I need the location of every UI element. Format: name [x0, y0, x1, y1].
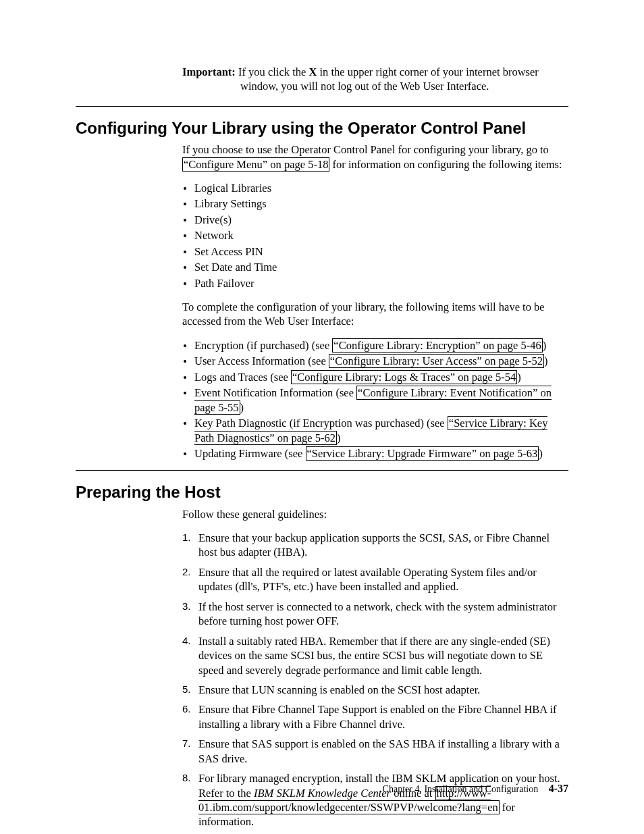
step-item: Ensure that Fibre Channel Tape Support i… [182, 702, 568, 731]
list-item-label: Path Failover [194, 277, 254, 290]
upgrade-firmware-link[interactable]: “Service Library: Upgrade Firmware” on p… [306, 446, 539, 461]
list-item-label: Network [194, 229, 234, 242]
list-item-label: Set Date and Time [194, 261, 277, 273]
list-item-post: ) [539, 447, 543, 460]
step-item: Ensure that all the required or latest a… [182, 565, 568, 594]
intro-a-text: If you choose to use the Operator Contro… [182, 143, 549, 156]
list-item-label: Drive(s) [194, 213, 232, 226]
list-item-post: ) [544, 355, 548, 367]
list-item: Set Access PIN [182, 244, 568, 259]
user-access-link[interactable]: “Configure Library: User Access” on page… [329, 354, 544, 368]
list-item: Updating Firmware (see “Service Library:… [182, 446, 568, 461]
footer-chapter: Chapter 4. Installation and Configuratio… [383, 784, 539, 794]
intro-paragraph-a: If you choose to use the Operator Contro… [182, 142, 568, 172]
list-item: Logical Libraries [182, 181, 568, 195]
important-line2: window, you will not log out of the Web … [240, 79, 568, 93]
important-body: If you click the X in the upper right co… [238, 66, 539, 78]
intro-paragraph-b: Follow these general guidelines: [182, 507, 568, 521]
step-item: Install a suitably rated HBA. Remember t… [182, 634, 568, 677]
list-item: Set Date and Time [182, 260, 568, 274]
step-text: If the host server is connected to a net… [198, 600, 557, 627]
list-item-pre: Key Path Diagnostic (if Encryption was p… [194, 417, 448, 429]
section-b-body: Follow these general guidelines: Ensure … [182, 507, 568, 829]
intro-b-text: for information on configuring the follo… [329, 158, 562, 171]
list-item-pre: Logs and Traces (see [194, 371, 291, 384]
list-item: Path Failover [182, 276, 568, 290]
step-item: Ensure that your backup application supp… [182, 531, 568, 560]
list-item: Event Notification Information (see “Con… [182, 386, 568, 415]
configure-menu-link[interactable]: “Configure Menu” on page 5-18 [182, 157, 329, 172]
intro-paragraph-2: To complete the configuration of your li… [182, 300, 568, 329]
step-item: For library managed encryption, install … [182, 771, 568, 829]
important-text-a: If you click the [238, 66, 308, 78]
step-text: Ensure that SAS support is enabled on th… [198, 737, 560, 764]
list-item-post: ) [337, 432, 341, 444]
important-text-x: X [308, 66, 317, 78]
step-item: Ensure that LUN scanning is enabled on t… [182, 683, 568, 697]
footer-page-number: 4-37 [549, 783, 568, 794]
list-item-post: ) [543, 339, 547, 352]
step-text: Ensure that Fibre Channel Tape Support i… [198, 703, 557, 730]
step-text-em: IBM SKLM Knowledge Center [254, 787, 391, 800]
encryption-link[interactable]: “Configure Library: Encryption” on page … [332, 338, 542, 353]
logs-traces-link[interactable]: “Configure Library: Logs & Traces” on pa… [291, 370, 517, 384]
list-item: User Access Information (see “Configure … [182, 354, 568, 368]
config-items-list: Logical Libraries Library Settings Drive… [182, 181, 568, 290]
step-text: Install a suitably rated HBA. Remember t… [198, 635, 550, 677]
list-item: Network [182, 228, 568, 242]
page-footer: Chapter 4. Installation and Configuratio… [383, 782, 568, 796]
list-item-label: Logical Libraries [194, 182, 271, 194]
list-item-pre: Event Notification Information (see [194, 386, 356, 399]
important-note: Important: If you click the X in the upp… [182, 65, 568, 94]
list-item-pre: User Access Information (see [194, 355, 329, 367]
step-item: Ensure that SAS support is enabled on th… [182, 737, 568, 766]
list-item: Drive(s) [182, 213, 568, 227]
list-item: Logs and Traces (see “Configure Library:… [182, 370, 568, 384]
list-item-post: ) [517, 371, 521, 384]
list-item: Encryption (if purchased) (see “Configur… [182, 338, 568, 353]
list-item-post: ) [240, 401, 244, 414]
section-title-b: Preparing the Host [76, 481, 568, 502]
list-item-label: Set Access PIN [194, 245, 263, 258]
section-divider [76, 470, 568, 471]
page: Important: If you click the X in the upp… [0, 0, 644, 834]
important-label: Important: [182, 66, 236, 78]
important-text-b: in the upper right corner of your intern… [317, 66, 539, 78]
list-item-pre: Encryption (if purchased) (see [194, 339, 332, 352]
list-item: Library Settings [182, 197, 568, 211]
list-item: Key Path Diagnostic (if Encryption was p… [182, 416, 568, 445]
step-text: Ensure that all the required or latest a… [198, 566, 537, 593]
section-a-body: If you choose to use the Operator Contro… [182, 142, 568, 461]
section-divider [76, 106, 568, 107]
xref-list: Encryption (if purchased) (see “Configur… [182, 338, 568, 461]
list-item-label: Library Settings [194, 197, 267, 210]
step-text: Ensure that LUN scanning is enabled on t… [198, 683, 480, 696]
step-text: Ensure that your backup application supp… [198, 531, 549, 558]
list-item-pre: Updating Firmware (see [194, 447, 306, 460]
section-title-a: Configuring Your Library using the Opera… [76, 118, 568, 138]
step-item: If the host server is connected to a net… [182, 600, 568, 629]
